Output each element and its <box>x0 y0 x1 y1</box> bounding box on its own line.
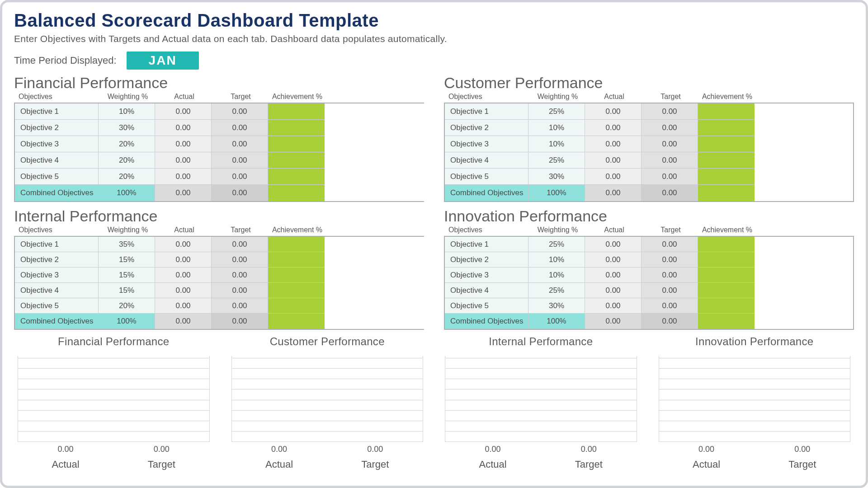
cell-target[interactable]: 0.00 <box>212 298 268 314</box>
cell-target[interactable]: 0.00 <box>212 252 268 267</box>
cell-wt[interactable]: 20% <box>99 298 155 314</box>
cell-actual[interactable]: 0.00 <box>585 283 642 298</box>
cell-actual[interactable]: 0.00 <box>155 169 212 185</box>
cell-actual[interactable]: 0.00 <box>155 103 212 120</box>
cell-wt[interactable]: 25% <box>528 283 585 298</box>
cell-obj[interactable]: Objective 2 <box>445 120 528 136</box>
cell-target[interactable]: 0.00 <box>642 267 698 283</box>
cell-wt[interactable]: 30% <box>99 120 155 136</box>
cell-wt[interactable]: 15% <box>99 267 155 283</box>
cell-wt[interactable]: 15% <box>99 252 155 267</box>
cell-ach[interactable] <box>268 237 325 252</box>
cell-ach[interactable] <box>268 120 325 136</box>
cell-actual[interactable]: 0.00 <box>585 103 642 120</box>
cell-ach[interactable] <box>698 152 755 169</box>
cell-target[interactable]: 0.00 <box>212 136 268 152</box>
cell-wt[interactable]: 30% <box>528 169 585 185</box>
cell-obj[interactable]: Objective 2 <box>15 252 99 267</box>
cell-obj[interactable]: Objective 4 <box>445 152 528 169</box>
cell-target[interactable]: 0.00 <box>642 169 698 185</box>
cell-obj[interactable]: Objective 3 <box>15 267 99 283</box>
cell-obj[interactable]: Objective 3 <box>445 136 528 152</box>
cell-ach[interactable] <box>698 237 755 252</box>
cell-actual[interactable]: 0.00 <box>155 298 212 314</box>
cell-target[interactable]: 0.00 <box>642 252 698 267</box>
cell-wt[interactable]: 25% <box>528 237 585 252</box>
cell-actual[interactable]: 0.00 <box>155 267 212 283</box>
cell-obj[interactable]: Objective 2 <box>15 120 99 136</box>
cell-wt[interactable]: 25% <box>528 152 585 169</box>
cell-actual[interactable]: 0.00 <box>155 152 212 169</box>
cell-obj[interactable]: Objective 3 <box>445 267 528 283</box>
cell-actual[interactable]: 0.00 <box>155 283 212 298</box>
cell-ach[interactable] <box>268 103 325 120</box>
cell-ach[interactable] <box>698 169 755 185</box>
cell-obj[interactable]: Objective 1 <box>445 103 528 120</box>
cell-ach[interactable] <box>698 120 755 136</box>
cell-actual[interactable]: 0.00 <box>585 152 642 169</box>
cell-target[interactable]: 0.00 <box>642 298 698 314</box>
cell-obj[interactable]: Objective 2 <box>445 252 528 267</box>
cell-target[interactable]: 0.00 <box>212 169 268 185</box>
period-value[interactable]: JAN <box>127 52 199 70</box>
cell-actual[interactable]: 0.00 <box>155 252 212 267</box>
cell-wt[interactable]: 35% <box>99 237 155 252</box>
cell-obj[interactable]: Objective 4 <box>15 283 99 298</box>
cell-actual[interactable]: 0.00 <box>155 120 212 136</box>
cell-actual[interactable]: 0.00 <box>585 267 642 283</box>
cell-wt[interactable]: 10% <box>99 103 155 120</box>
cell-target[interactable]: 0.00 <box>212 120 268 136</box>
cell-ach[interactable] <box>698 298 755 314</box>
cell-wt[interactable]: 15% <box>99 283 155 298</box>
cell-actual[interactable]: 0.00 <box>585 252 642 267</box>
cell-obj[interactable]: Objective 5 <box>445 298 528 314</box>
cell-target[interactable]: 0.00 <box>642 283 698 298</box>
cell-actual[interactable]: 0.00 <box>585 298 642 314</box>
cell-target[interactable]: 0.00 <box>642 136 698 152</box>
cell-wt[interactable]: 10% <box>528 136 585 152</box>
cell-wt[interactable]: 20% <box>99 152 155 169</box>
cell-target[interactable]: 0.00 <box>642 152 698 169</box>
cell-target[interactable]: 0.00 <box>212 283 268 298</box>
cell-target[interactable]: 0.00 <box>642 103 698 120</box>
cell-actual[interactable]: 0.00 <box>585 237 642 252</box>
cell-actual[interactable]: 0.00 <box>155 136 212 152</box>
cell-ach[interactable] <box>268 136 325 152</box>
cell-obj[interactable]: Objective 5 <box>15 298 99 314</box>
cell-wt[interactable]: 10% <box>528 252 585 267</box>
cell-actual[interactable]: 0.00 <box>155 237 212 252</box>
cell-target[interactable]: 0.00 <box>642 237 698 252</box>
cell-ach[interactable] <box>268 169 325 185</box>
cell-ach[interactable] <box>268 298 325 314</box>
cell-ach[interactable] <box>698 136 755 152</box>
cell-target[interactable]: 0.00 <box>212 103 268 120</box>
cell-ach[interactable] <box>698 283 755 298</box>
cell-target[interactable]: 0.00 <box>212 237 268 252</box>
cell-wt[interactable]: 10% <box>528 120 585 136</box>
cell-obj[interactable]: Objective 5 <box>15 169 99 185</box>
cell-ach[interactable] <box>268 252 325 267</box>
cell-ach[interactable] <box>268 152 325 169</box>
cell-target[interactable]: 0.00 <box>212 152 268 169</box>
cell-obj[interactable]: Objective 4 <box>15 152 99 169</box>
cell-obj[interactable]: Objective 1 <box>15 237 99 252</box>
cell-wt[interactable]: 30% <box>528 298 585 314</box>
cell-ach[interactable] <box>268 267 325 283</box>
cell-actual[interactable]: 0.00 <box>585 169 642 185</box>
cell-ach[interactable] <box>698 103 755 120</box>
cell-wt[interactable]: 20% <box>99 136 155 152</box>
cell-ach[interactable] <box>698 267 755 283</box>
cell-obj[interactable]: Objective 1 <box>15 103 99 120</box>
cell-obj[interactable]: Objective 3 <box>15 136 99 152</box>
cell-wt[interactable]: 10% <box>528 267 585 283</box>
cell-target[interactable]: 0.00 <box>642 120 698 136</box>
cell-ach[interactable] <box>698 252 755 267</box>
cell-actual[interactable]: 0.00 <box>585 136 642 152</box>
cell-obj[interactable]: Objective 5 <box>445 169 528 185</box>
cell-obj[interactable]: Objective 1 <box>445 237 528 252</box>
cell-actual[interactable]: 0.00 <box>585 120 642 136</box>
cell-wt[interactable]: 25% <box>528 103 585 120</box>
cell-wt[interactable]: 20% <box>99 169 155 185</box>
cell-ach[interactable] <box>268 283 325 298</box>
cell-obj[interactable]: Objective 4 <box>445 283 528 298</box>
